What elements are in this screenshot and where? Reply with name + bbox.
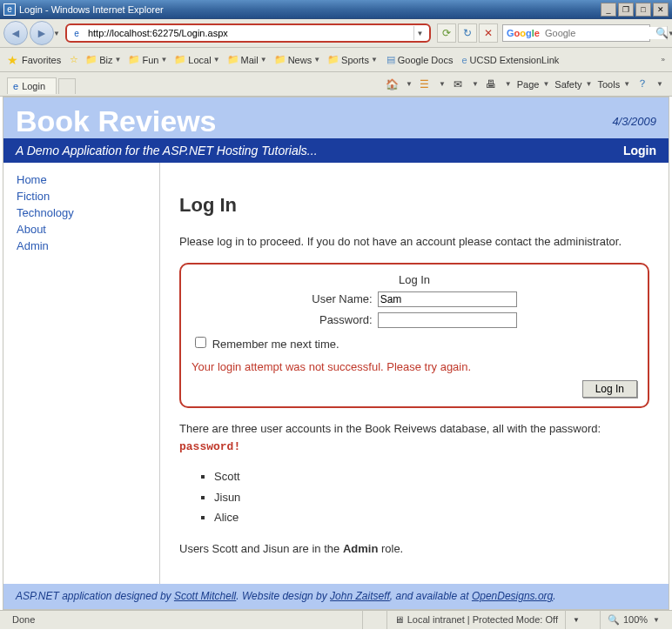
chevron-down-icon[interactable]: ▼	[260, 56, 267, 64]
favorites-bar-icon[interactable]: ☆	[70, 54, 78, 65]
address-dropdown-icon[interactable]: ▼	[413, 26, 426, 40]
address-bar: e ▼	[65, 23, 431, 43]
chevron-down-icon[interactable]: ▼	[160, 56, 167, 64]
chevron-down-icon[interactable]: ▼	[406, 80, 413, 88]
remember-row: Remember me next time.	[192, 331, 637, 357]
back-button[interactable]: ◄	[3, 21, 28, 45]
browser-tab[interactable]: e Login	[7, 77, 57, 94]
site-title: Book Reviews	[16, 104, 217, 138]
zoom-value: 100%	[623, 614, 648, 625]
nav-history-dropdown-icon[interactable]: ▼	[53, 30, 60, 37]
footer-source-link[interactable]: OpenDesigns.org	[472, 590, 553, 602]
safety-menu[interactable]: Safety▼	[554, 79, 592, 90]
fav-news[interactable]: News	[288, 55, 312, 65]
new-tab-button[interactable]	[58, 78, 76, 94]
remember-label: Remember me next time.	[212, 338, 339, 351]
username-label: User Name:	[310, 290, 373, 309]
chevron-down-icon[interactable]: ▼	[656, 80, 663, 88]
nav-fiction[interactable]: Fiction	[17, 188, 146, 204]
footer-author-link[interactable]: Scott Mitchell	[174, 590, 236, 602]
status-empty-2[interactable]: ▼	[565, 610, 600, 629]
status-empty-1	[362, 610, 386, 629]
compat-button[interactable]: ⟳	[437, 23, 456, 43]
folder-icon: 📁	[85, 54, 97, 65]
close-button[interactable]: ✕	[653, 3, 669, 17]
window-titlebar: e Login - Windows Internet Explorer _ ❐ …	[0, 0, 672, 19]
feeds-icon[interactable]: ☰	[418, 77, 432, 91]
chevron-down-icon[interactable]: ▼	[115, 56, 122, 64]
doc-icon: ▤	[386, 54, 395, 65]
username-input[interactable]	[378, 291, 517, 307]
search-go-icon[interactable]: 🔍	[655, 27, 669, 39]
stop-button[interactable]: ✕	[479, 23, 498, 43]
forward-button[interactable]: ►	[30, 21, 54, 45]
chevron-down-icon[interactable]: ▼	[653, 616, 660, 624]
account-item: Scott	[214, 466, 649, 487]
site-footer: ASP.NET application designed by Scott Mi…	[3, 584, 669, 609]
footer-designer-link[interactable]: John Zaitseff	[330, 590, 390, 602]
minimize-button[interactable]: _	[601, 3, 616, 17]
refresh-button[interactable]: ↻	[458, 23, 477, 43]
home-icon[interactable]: 🏠	[385, 77, 399, 91]
page-heading: Log In	[179, 191, 649, 219]
favbar-overflow-icon[interactable]: »	[662, 56, 665, 64]
zoom-control[interactable]: 🔍 100% ▼	[600, 610, 667, 629]
error-message: Your login attempt was not successful. P…	[192, 357, 637, 378]
favorites-label[interactable]: Favorites	[22, 55, 61, 65]
fav-local[interactable]: Local	[188, 55, 211, 65]
page-menu[interactable]: Page▼	[517, 79, 550, 90]
mail-icon[interactable]: ✉	[451, 77, 465, 91]
chevron-down-icon[interactable]: ▼	[472, 80, 479, 88]
main-content: Log In Please log in to proceed. If you …	[160, 163, 669, 584]
favorites-toolbar: ★ Favorites ☆ 📁Biz▼ 📁Fun▼ 📁Local▼ 📁Mail▼…	[0, 48, 672, 72]
login-button[interactable]: Log In	[582, 380, 637, 398]
ie-page-icon: e	[71, 27, 83, 39]
login-panel: Log In User Name: Password: Remember me …	[179, 263, 649, 409]
chevron-down-icon[interactable]: ▼	[439, 80, 446, 88]
chevron-down-icon[interactable]: ▼	[313, 56, 320, 64]
status-bar: Done 🖥Local intranet | Protected Mode: O…	[0, 610, 672, 629]
header-login-link[interactable]: Login	[623, 144, 656, 157]
nav-admin[interactable]: Admin	[17, 238, 146, 254]
google-logo-icon: Google	[507, 28, 540, 38]
search-box: Google ▼	[502, 24, 650, 42]
nav-technology[interactable]: Technology	[17, 204, 146, 221]
sidebar: Home Fiction Technology About Admin	[3, 163, 160, 584]
url-input[interactable]	[86, 27, 413, 39]
page-tools: 🏠▼ ☰▼ ✉▼ 🖶▼ Page▼ Safety▼ Tools▼ ？▼	[76, 77, 669, 91]
favorites-star-icon[interactable]: ★	[7, 53, 18, 67]
nav-home[interactable]: Home	[17, 171, 146, 188]
chevron-down-icon[interactable]: ▼	[371, 56, 378, 64]
zone-icon: 🖥	[394, 614, 404, 625]
tools-menu[interactable]: Tools▼	[597, 79, 630, 90]
ie-favicon: e	[3, 3, 16, 16]
accounts-list: Scott Jisun Alice	[179, 466, 649, 528]
login-panel-header: Log In	[192, 271, 637, 289]
fav-ucsd[interactable]: UCSD ExtensionLink	[470, 55, 560, 65]
admin-note: Users Scott and Jisun are in the Admin r…	[179, 540, 649, 558]
password-hint: password!	[179, 440, 240, 453]
help-icon[interactable]: ？	[635, 77, 649, 91]
folder-icon: 📁	[327, 54, 339, 65]
remember-checkbox[interactable]	[195, 337, 206, 348]
body-area: Home Fiction Technology About Admin Log …	[3, 163, 669, 584]
fav-biz[interactable]: Biz	[99, 55, 112, 65]
chevron-down-icon[interactable]: ▼	[213, 56, 220, 64]
nav-about[interactable]: About	[17, 221, 146, 238]
chevron-down-icon[interactable]: ▼	[505, 80, 512, 88]
tab-label: Login	[22, 81, 45, 91]
fav-fun[interactable]: Fun	[142, 55, 158, 65]
print-icon[interactable]: 🖶	[484, 77, 498, 91]
intro-text: Please log in to proceed. If you do not …	[179, 233, 649, 251]
tab-toolbar: e Login 🏠▼ ☰▼ ✉▼ 🖶▼ Page▼ Safety▼ Tools▼…	[0, 72, 672, 97]
folder-icon: 📁	[274, 54, 286, 65]
maximize-button[interactable]: □	[635, 3, 651, 17]
fav-mail[interactable]: Mail	[241, 55, 259, 65]
search-input[interactable]	[543, 27, 667, 39]
password-input[interactable]	[378, 312, 517, 328]
folder-icon: 📁	[227, 54, 239, 65]
account-item: Jisun	[214, 487, 649, 508]
fav-googledocs[interactable]: Google Docs	[398, 55, 454, 65]
restore-button[interactable]: ❐	[618, 3, 634, 17]
fav-sports[interactable]: Sports	[341, 55, 369, 65]
